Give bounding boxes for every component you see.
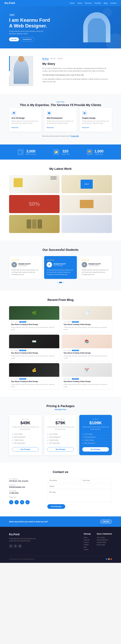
dot-2[interactable] — [63, 282, 64, 283]
footer-link-0-4[interactable]: Blog — [84, 546, 91, 548]
contact-grid: MY ADDRESS 123 Street, City, Country MY … — [9, 478, 112, 509]
footer-facebook-icon[interactable]: f — [9, 544, 13, 548]
nav-services[interactable]: Services — [85, 2, 92, 4]
send-button[interactable]: Send Message — [47, 504, 65, 509]
nav-blog[interactable]: Blog — [104, 2, 107, 4]
stars-2: ★★★★★ — [82, 259, 109, 261]
testi-name-1: ROGER SCOTT — [54, 263, 66, 265]
portfolio-img-3 — [61, 195, 112, 213]
email-field[interactable] — [80, 478, 112, 482]
pricing-title: Pricing & Packages — [9, 404, 112, 408]
testi-role-0: Web Designer — [19, 265, 31, 266]
facebook-icon[interactable]: f — [9, 500, 13, 504]
services-grid: UI & UX Design I'll help make the most o… — [9, 108, 112, 132]
footer-dot-1 — [108, 558, 110, 560]
nav-logo[interactable]: Ku.Ford — [5, 2, 15, 5]
portfolio-item-4[interactable] — [9, 215, 60, 233]
pricing-price-0: $49K — [12, 420, 39, 425]
footer-instagram-icon[interactable]: in — [18, 544, 22, 548]
dot-0[interactable] — [57, 282, 58, 283]
pricing-label-2: PREMIUM — [82, 418, 109, 420]
follow-label: Follow me! — [9, 496, 41, 498]
stat-2: 🏆 1,000 Award Winner — [86, 149, 103, 155]
tab-my-exp[interactable]: My Exp — [51, 58, 56, 60]
blog-card-3[interactable]: JUL 17, 2020 CREATIVE Tips About Creatin… — [62, 335, 112, 361]
portfolio-item-3[interactable] — [61, 195, 112, 213]
blog-card-0[interactable]: JUL 17, 2020 CREATIVE Tips About Creatin… — [9, 306, 59, 332]
portfolio-item-0[interactable] — [9, 175, 60, 193]
blog-grid: JUL 17, 2020 CREATIVE Tips About Creatin… — [9, 306, 112, 390]
service-title-0: UI & UX Design — [12, 117, 39, 119]
stripe-gray — [9, 76, 10, 86]
pricing-btn-0[interactable]: Buy Package — [12, 447, 39, 452]
testi-info-2: ROGER SCOTT Graphic Designer — [89, 263, 101, 266]
footer-link-0-5[interactable]: Contact — [84, 549, 91, 550]
stat-label-0: Happy Customers — [25, 154, 36, 155]
footer-twitter-icon[interactable]: t — [14, 544, 17, 548]
blog-card-5[interactable]: JUL 17, 2020 CREATIVE Tips About Creatin… — [62, 363, 112, 389]
twitter-icon[interactable]: t — [15, 500, 19, 504]
blog-section: Recent From Blog JUL 17, 2020 CREATIVE T… — [0, 291, 121, 397]
footer: Ku.Ford I'll help make the most of your … — [0, 527, 121, 563]
ux-design-icon — [12, 111, 16, 116]
nav-home[interactable]: Home — [70, 2, 75, 4]
testi-role-1: UI/UX Designer — [54, 265, 66, 266]
portfolio-item-1[interactable]: TABLET — [61, 175, 112, 193]
name-field[interactable] — [47, 478, 79, 482]
footer-col-links-0: Home About Me Services Portfolio Blog Co… — [84, 537, 91, 550]
contact-phone-label: MY PHONE — [9, 490, 41, 492]
pricing-features-1: UI/UX Design Web Development Graphic Des… — [47, 433, 74, 445]
testi-text-2: I'll help make the most of your business… — [82, 269, 109, 276]
contact-phone-value: +1 555 1234 — [9, 492, 41, 494]
testimonials-grid: ★★★★★ R ROGER SCOTT Web Designer I'll he… — [9, 256, 112, 279]
pricing-features-0: UI/UX Design Web Development Graphic Des… — [12, 433, 39, 445]
hire-me-button[interactable]: Hire Me — [9, 38, 19, 41]
footer-link-1-1[interactable]: Web Development — [97, 539, 112, 541]
portfolio-img-1: TABLET — [61, 175, 112, 193]
service-desc-1: I'll help make the most of your business… — [47, 120, 74, 124]
footer-link-0-3[interactable]: Portfolio — [84, 544, 91, 546]
portfolio-button[interactable]: Download CV — [21, 38, 34, 41]
service-link-2[interactable]: Read more — [82, 127, 89, 128]
about-desc1: Hi, my name is Keannu Ford, I am a freel… — [42, 67, 112, 72]
tab-awards[interactable]: Awards — [57, 58, 62, 60]
nav-about[interactable]: About — [77, 2, 82, 4]
service-link-1[interactable]: Read more — [47, 127, 54, 128]
service-card-2: Graphic Design I'll help make the most o… — [80, 108, 112, 132]
blog-excerpt-0: I'll help make the most of your business… — [11, 326, 57, 331]
blog-card-4[interactable]: JUL 17, 2020 CREATIVE Tips About Creatin… — [9, 363, 59, 389]
about-highlight: I Do Web Design & Development since I wa… — [42, 74, 112, 76]
cta-button[interactable]: Hire Me — [100, 520, 112, 524]
subject-field[interactable] — [47, 484, 112, 488]
dot-1[interactable] — [59, 282, 62, 283]
instagram-icon[interactable]: in — [20, 500, 24, 504]
footer-link-0-1[interactable]: About Me — [84, 539, 91, 541]
pricing-label-1: BEST VALUE — [47, 418, 74, 420]
services-contact-link[interactable]: Contact Me — [71, 135, 79, 137]
blog-card-1[interactable]: JUL 17, 2020 CREATIVE Tips About Creatin… — [62, 306, 112, 332]
nav-contact[interactable]: Contact — [110, 2, 116, 4]
blog-title-5: Tips About Creating A New Design — [64, 380, 110, 383]
testi-info-0: ROGER SCOTT Web Designer — [19, 263, 31, 266]
footer-link-0-2[interactable]: Services — [84, 542, 91, 543]
nav-portfolio[interactable]: Portfolio — [94, 2, 101, 4]
pricing-btn-1[interactable]: Buy Package — [47, 447, 74, 452]
pricing-feature-1-2: Graphic Design — [47, 439, 74, 442]
footer-link-0-0[interactable]: Home — [84, 537, 91, 538]
portfolio-item-2[interactable] — [9, 195, 60, 213]
tab-my-story[interactable]: My Story — [42, 58, 49, 60]
svg-point-1 — [14, 113, 14, 113]
blog-card-2[interactable]: JUL 17, 2020 CREATIVE Tips About Creatin… — [9, 335, 59, 361]
footer-link-1-2[interactable]: Graphic Design — [97, 542, 112, 543]
pricing-btn-2[interactable]: Buy Package — [82, 447, 109, 452]
portfolio-item-5[interactable] — [61, 215, 112, 233]
pricing-plan-1: BEST VALUE $79K I'll help make the most … — [44, 415, 77, 455]
linkedin-icon[interactable]: li — [25, 500, 30, 504]
pricing-price-1: $79K — [47, 420, 74, 425]
message-field[interactable] — [47, 490, 112, 502]
pricing-desc-1: I'll help make the most of your business… — [47, 426, 74, 430]
service-link-0[interactable]: Read more — [12, 127, 19, 128]
stat-label-2: Award Winner — [94, 154, 103, 155]
footer-link-1-3[interactable]: Brand Design — [97, 544, 112, 546]
footer-link-1-0[interactable]: UI/UX Design — [97, 537, 112, 538]
